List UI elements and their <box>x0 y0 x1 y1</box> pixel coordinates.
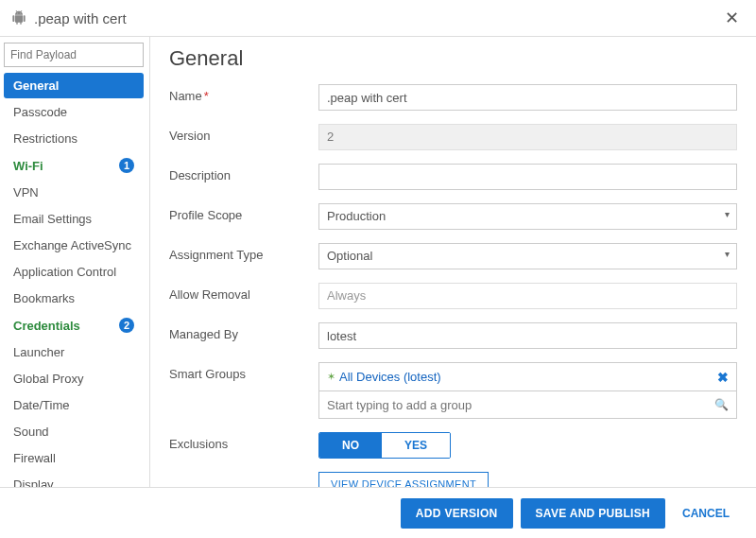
sidebar-item-passcode[interactable]: Passcode <box>4 99 144 125</box>
add-version-button[interactable]: ADD VERSION <box>401 498 513 529</box>
sidebar-item-general[interactable]: General <box>4 73 144 98</box>
group-icon: ✶ <box>327 371 335 383</box>
cancel-button[interactable]: CANCEL <box>673 498 739 529</box>
sidebar-item-label: Date/Time <box>13 398 134 412</box>
sidebar-item-label: Passcode <box>13 105 134 119</box>
sidebar-badge: 1 <box>119 158 134 173</box>
sidebar-item-sound[interactable]: Sound <box>4 419 144 444</box>
profile-scope-select[interactable]: Production <box>318 203 737 230</box>
sidebar-item-launcher[interactable]: Launcher <box>4 339 144 365</box>
android-icon <box>11 10 26 26</box>
sidebar-item-date-time[interactable]: Date/Time <box>4 392 144 418</box>
label-name: Name* <box>169 84 318 103</box>
sidebar-item-restrictions[interactable]: Restrictions <box>4 126 144 151</box>
name-input[interactable] <box>318 84 737 111</box>
sidebar-item-label: VPN <box>13 185 134 200</box>
managed-by-input[interactable] <box>318 322 737 349</box>
sidebar-item-label: Wi-Fi <box>13 159 119 173</box>
label-description: Description <box>169 164 318 182</box>
smart-group-chip: ✶ All Devices (lotest) ✖ <box>318 362 737 390</box>
label-assignment-type: Assignment Type <box>169 243 318 262</box>
dialog-header: .peap with cert ✕ <box>0 0 756 37</box>
label-managed-by: Managed By <box>169 322 318 341</box>
label-allow-removal: Allow Removal <box>169 283 318 302</box>
sidebar-item-label: Email Settings <box>13 212 134 226</box>
sidebar-item-vpn[interactable]: VPN <box>4 180 144 205</box>
sidebar-item-credentials[interactable]: Credentials2 <box>4 312 144 338</box>
sidebar-item-global-proxy[interactable]: Global Proxy <box>4 366 144 391</box>
exclusions-yes[interactable]: YES <box>382 433 450 458</box>
label-exclusions: Exclusions <box>169 432 318 451</box>
search-input[interactable] <box>4 43 144 67</box>
close-icon[interactable]: ✕ <box>719 8 745 28</box>
sidebar: GeneralPasscodeRestrictionsWi-Fi1VPNEmai… <box>0 37 149 489</box>
sidebar-badge: 2 <box>119 318 134 333</box>
label-profile-scope: Profile Scope <box>169 203 318 222</box>
footer: ADD VERSION SAVE AND PUBLISH CANCEL <box>0 487 756 538</box>
dialog-title: .peap with cert <box>34 10 719 26</box>
exclusions-no[interactable]: NO <box>319 433 382 458</box>
content-panel: General Name* Version 2 Description Prof… <box>149 37 756 489</box>
exclusions-toggle: NO YES <box>318 432 451 459</box>
sidebar-item-label: Sound <box>13 425 134 439</box>
section-heading: General <box>169 46 737 71</box>
sidebar-item-label: Exchange ActiveSync <box>13 238 134 252</box>
sidebar-item-label: Application Control <box>13 265 134 279</box>
sidebar-item-exchange-activesync[interactable]: Exchange ActiveSync <box>4 233 144 258</box>
label-version: Version <box>169 124 318 143</box>
sidebar-item-firewall[interactable]: Firewall <box>4 445 144 471</box>
smart-group-search[interactable]: 🔍 <box>318 390 737 419</box>
sidebar-item-wi-fi[interactable]: Wi-Fi1 <box>4 152 144 179</box>
sidebar-item-label: Launcher <box>13 345 134 359</box>
sidebar-item-label: Credentials <box>13 319 119 333</box>
sidebar-item-label: Global Proxy <box>13 372 134 386</box>
description-input[interactable] <box>318 164 737 190</box>
label-smart-groups: Smart Groups <box>169 362 318 381</box>
save-and-publish-button[interactable]: SAVE AND PUBLISH <box>521 498 665 529</box>
sidebar-item-label: Bookmarks <box>13 291 134 305</box>
sidebar-item-label: General <box>13 78 134 93</box>
search-icon: 🔍 <box>714 398 729 411</box>
remove-group-icon[interactable]: ✖ <box>717 370 729 385</box>
sidebar-item-bookmarks[interactable]: Bookmarks <box>4 286 144 311</box>
assignment-type-select[interactable]: Optional <box>318 243 737 269</box>
version-field: 2 <box>318 124 737 150</box>
sidebar-item-application-control[interactable]: Application Control <box>4 259 144 285</box>
smart-group-search-input[interactable] <box>327 398 714 412</box>
allow-removal-field: Always <box>318 283 737 309</box>
sidebar-item-label: Restrictions <box>13 131 134 146</box>
sidebar-item-label: Firewall <box>13 451 134 465</box>
smart-group-name: All Devices (lotest) <box>339 370 717 384</box>
sidebar-item-email-settings[interactable]: Email Settings <box>4 206 144 232</box>
